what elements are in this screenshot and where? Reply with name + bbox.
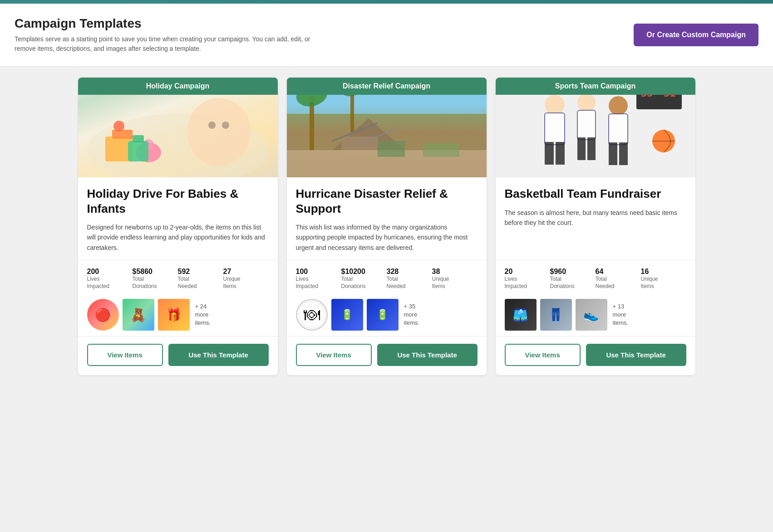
stat-value-0: 20 [505,268,550,276]
card-stats: 100 LivesImpacted $10200 TotalDonations … [287,260,487,295]
card-title: Hurricane Disaster Relief & Support [296,186,478,216]
stat-item-3: 16 UniqueItems [641,268,686,290]
use-template-button[interactable]: Use This Template [377,344,478,366]
card-sports: 35 31 Sports Team Campaign [496,78,695,375]
stat-label-3: UniqueItems [223,276,269,290]
card-actions: View Items Use This Template [287,336,487,375]
card-badge: Disaster Relief Campaign [287,78,487,95]
card-image-container: Holiday Campaign [78,78,278,177]
stat-item-3: 38 UniqueItems [432,268,478,290]
card-items-preview: 🍽 🔋 🔋 + 35moreitems. [287,295,487,336]
item-thumb-1: 🔋 [331,299,363,331]
card-body: Holiday Drive For Babies & Infants Desig… [78,177,278,260]
use-template-button[interactable]: Use This Template [168,344,269,366]
svg-rect-34 [577,110,596,140]
stat-value-3: 38 [432,268,478,276]
card-image-container: 35 31 Sports Team Campaign [496,78,695,177]
card-stats: 20 LivesImpacted $960 TotalDonations 64 … [496,260,695,295]
stat-item-1: $5860 TotalDonations [133,268,178,290]
svg-rect-36 [577,137,586,160]
view-items-button[interactable]: View Items [505,344,581,366]
svg-rect-9 [128,141,148,161]
stat-item-2: 64 TotalNeeded [596,268,641,290]
stat-value-2: 592 [178,268,223,276]
stat-value-1: $10200 [341,268,387,276]
card-stats: 200 LivesImpacted $5860 TotalDonations 5… [78,260,278,295]
svg-rect-23 [423,143,459,157]
card-badge: Holiday Campaign [78,78,278,95]
stat-label-1: TotalDonations [550,276,596,290]
stat-label-3: UniqueItems [641,276,686,290]
card-holiday: Holiday Campaign Holiday Drive For Babie… [78,78,278,375]
svg-rect-32 [556,142,565,165]
more-items-text: + 13moreitems. [613,303,629,327]
stat-value-0: 100 [296,268,341,276]
svg-rect-31 [545,142,554,165]
item-thumb-0: 🩳 [505,299,537,331]
stat-item-2: 328 TotalNeeded [387,268,432,290]
stat-value-2: 64 [596,268,641,276]
stat-value-1: $5860 [133,268,178,276]
card-title: Basketball Team Fundraiser [505,186,686,201]
svg-point-38 [609,96,628,115]
svg-rect-42 [619,142,628,165]
svg-rect-22 [378,141,405,157]
stat-value-2: 328 [387,268,432,276]
stat-label-1: TotalDonations [341,276,387,290]
card-description: The season is almost here, but many team… [505,208,686,253]
stat-item-0: 200 LivesImpacted [87,268,133,290]
stat-item-2: 592 TotalNeeded [178,268,223,290]
stat-item-1: $960 TotalDonations [550,268,596,290]
svg-point-8 [222,122,229,129]
card-actions: View Items Use This Template [78,336,278,375]
stat-item-3: 27 UniqueItems [223,268,269,290]
card-image-container: Disaster Relief Campaign [287,78,487,177]
item-thumb-0: 🍽 [296,299,328,331]
item-thumb-0: 🔴 [87,299,119,331]
svg-rect-29 [545,113,565,145]
card-badge: Sports Team Campaign [496,78,695,95]
svg-point-6 [187,98,251,166]
view-items-button[interactable]: View Items [296,344,372,366]
item-thumb-1: 👖 [540,299,572,331]
item-thumb-2: 👟 [576,299,607,331]
stat-item-0: 100 LivesImpacted [296,268,341,290]
svg-rect-39 [609,114,628,145]
card-items-preview: 🩳 👖 👟 + 13moreitems. [496,295,695,336]
svg-rect-2 [112,130,133,139]
cards-section: Holiday Campaign Holiday Drive For Babie… [0,67,773,386]
svg-rect-10 [133,135,144,142]
create-custom-button[interactable]: Or Create Custom Campaign [634,24,758,46]
stat-item-0: 20 LivesImpacted [505,268,550,290]
svg-point-7 [208,122,216,129]
view-items-button[interactable]: View Items [87,344,163,366]
svg-point-28 [545,95,565,115]
item-thumb-2: 🔋 [367,299,399,331]
stat-value-0: 200 [87,268,133,276]
stat-label-0: LivesImpacted [505,276,550,290]
stat-label-0: LivesImpacted [296,276,341,290]
more-items-text: + 35moreitems. [404,303,420,327]
svg-point-3 [113,121,124,132]
card-disaster: Disaster Relief Campaign Hurricane Disas… [287,78,487,375]
svg-rect-41 [609,142,617,165]
card-title: Holiday Drive For Babies & Infants [87,186,269,216]
stat-label-2: TotalNeeded [178,276,223,290]
card-description: Designed for newborns up to 2-year-olds,… [87,222,269,253]
item-thumb-2: 🎁 [158,299,190,331]
stat-label-3: UniqueItems [432,276,478,290]
stat-item-1: $10200 TotalDonations [341,268,387,290]
svg-rect-37 [587,137,596,160]
stat-label-0: LivesImpacted [87,276,133,290]
header-text: Campaign Templates Templates serve as a … [15,16,332,54]
page-description: Templates serve as a starting point to s… [15,34,332,54]
stat-value-3: 27 [223,268,269,276]
stat-label-2: TotalNeeded [387,276,432,290]
svg-point-33 [577,93,596,112]
use-template-button[interactable]: Use This Template [586,344,686,366]
stat-label-1: TotalDonations [133,276,178,290]
header-section: Campaign Templates Templates serve as a … [0,4,773,67]
card-description: This wish list was informed by the many … [296,222,478,253]
card-body: Hurricane Disaster Relief & Support This… [287,177,487,260]
top-bar [0,0,773,4]
